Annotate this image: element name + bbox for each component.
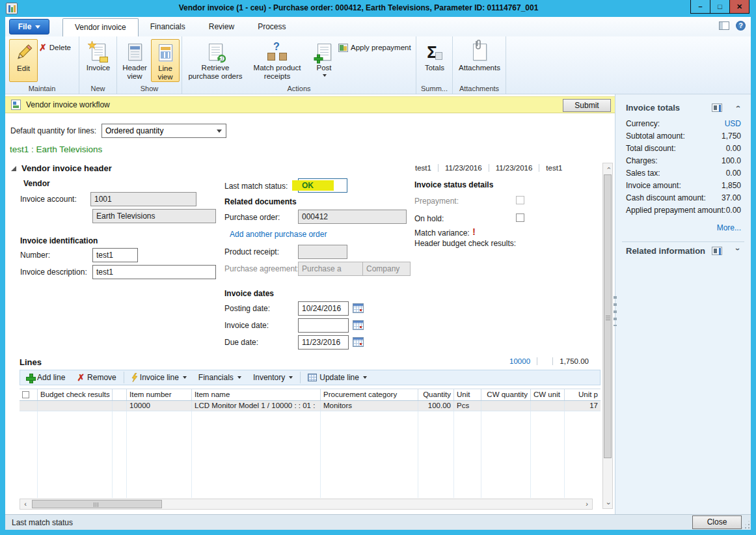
purchase-agreement-field-1[interactable]: Purchase a: [298, 262, 363, 276]
cell-cw-quantity: [481, 401, 531, 411]
tab-vendor-invoice[interactable]: Vendor invoice: [62, 18, 139, 36]
invoice-totals-header[interactable]: Invoice totals: [626, 103, 680, 113]
cash-discount-value: 37.00: [722, 193, 741, 202]
add-purchase-order-link[interactable]: Add another purchase order: [230, 230, 327, 239]
invoice-status-details-group-header: Invoice status details: [414, 180, 493, 189]
col-quantity[interactable]: Quantity: [418, 389, 454, 400]
select-all-header-cell[interactable]: [20, 389, 38, 400]
line-view-button[interactable]: Line view: [151, 39, 180, 82]
factbox-splitter-handle[interactable]: [614, 296, 617, 326]
invoice-description-field[interactable]: test1: [92, 265, 216, 279]
post-dropdown-caret: [323, 74, 327, 77]
prepayment-checkbox[interactable]: [516, 196, 524, 204]
select-all-checkbox[interactable]: [22, 391, 29, 398]
vendor-name-field[interactable]: Earth Televisions: [92, 209, 216, 223]
related-information-header[interactable]: Related information: [626, 246, 705, 256]
number-field[interactable]: test1: [92, 248, 138, 262]
workflow-message: Vendor invoice workflow: [26, 100, 110, 109]
totals-calculator-icon: [435, 52, 442, 60]
invoice-totals-pane-icon[interactable]: [712, 103, 722, 112]
more-link[interactable]: More...: [717, 223, 741, 232]
update-line-menu-button[interactable]: Update line: [302, 370, 373, 385]
currency-value[interactable]: USD: [725, 119, 741, 128]
col-cw-unit[interactable]: CW unit: [531, 389, 565, 400]
grid-horizontal-scrollbar[interactable]: ‹ ›: [20, 499, 593, 510]
tab-process[interactable]: Process: [246, 18, 297, 36]
product-receipt-field[interactable]: [298, 245, 347, 259]
retrieve-purchase-orders-button[interactable]: Retrieve purchase orders: [185, 39, 245, 82]
col-unit-price[interactable]: Unit p: [565, 389, 601, 400]
edit-button[interactable]: Edit: [9, 39, 38, 82]
col-item-number[interactable]: Item number: [127, 389, 192, 400]
default-quantity-select[interactable]: Ordered quantity: [101, 124, 226, 138]
retrieve-purchase-orders-icon: [209, 40, 223, 64]
scroll-right-arrow[interactable]: ›: [582, 499, 592, 509]
ribbon-tab-strip: File Vendor invoice Financials Review Pr…: [5, 17, 751, 36]
tab-financials[interactable]: Financials: [139, 18, 197, 36]
scroll-down-arrow[interactable]: ›: [604, 499, 614, 509]
attachments-button[interactable]: Attachments: [458, 39, 501, 82]
maximize-button[interactable]: □: [710, 0, 730, 14]
submit-button[interactable]: Submit: [563, 99, 611, 112]
total-discount-label: Total discount:: [626, 144, 676, 153]
invoice-date-calendar-icon[interactable]: [353, 320, 364, 330]
lines-record-ref[interactable]: 10000: [503, 357, 537, 365]
invoice-account-label: Invoice account:: [20, 195, 77, 204]
resize-grip[interactable]: [748, 527, 749, 528]
col-budget-check-results[interactable]: Budget check results: [38, 389, 113, 400]
col-cw-quantity[interactable]: CW quantity: [481, 389, 531, 400]
help-icon[interactable]: ?: [736, 21, 746, 31]
totals-button[interactable]: Σ Totals: [418, 39, 452, 82]
purchase-agreement-field-2[interactable]: Company: [362, 262, 411, 276]
attachment-icon: [473, 40, 487, 64]
update-line-caret-icon: [363, 376, 367, 379]
invoice-totals-collapse-icon[interactable]: ›: [733, 105, 742, 108]
scroll-up-arrow[interactable]: ›: [604, 163, 614, 174]
invoice-date-field[interactable]: [298, 318, 349, 333]
vertical-scrollbar-thumb[interactable]: [604, 174, 612, 458]
match-product-receipts-button[interactable]: ? Match product receipts: [247, 39, 308, 82]
add-line-button[interactable]: Add line: [20, 370, 71, 385]
close-window-button[interactable]: ✕: [729, 0, 749, 14]
post-button[interactable]: Post: [310, 39, 338, 82]
col-procurement-category[interactable]: Procurement category: [321, 389, 418, 400]
due-date-calendar-icon[interactable]: [353, 337, 364, 347]
question-mark-icon: ?: [273, 42, 280, 51]
section-collapse-icon[interactable]: [11, 166, 16, 171]
invoice-line-menu-button[interactable]: Invoice line: [126, 370, 193, 385]
posting-date-calendar-icon[interactable]: [353, 303, 364, 313]
grid-data-row[interactable]: 10000 LCD Monitor Model 1 / 10000 : : 01…: [20, 401, 601, 411]
close-button[interactable]: Close: [692, 515, 742, 529]
layout-pane-icon[interactable]: [719, 21, 729, 30]
cash-discount-label: Cash discount amount:: [626, 193, 706, 202]
purchase-order-field[interactable]: 000412: [298, 210, 407, 224]
horizontal-scrollbar-thumb[interactable]: [32, 500, 162, 508]
delete-button[interactable]: ✗ Delete: [39, 42, 71, 53]
on-hold-checkbox[interactable]: [516, 213, 524, 222]
related-information-pane-icon[interactable]: [712, 247, 722, 255]
minimize-button[interactable]: –: [690, 0, 710, 14]
remove-line-button[interactable]: ✗ Remove: [71, 370, 122, 385]
invoice-account-field[interactable]: 1001: [90, 192, 196, 206]
due-date-field[interactable]: 11/23/2016: [298, 335, 349, 350]
posting-date-field[interactable]: 10/24/2016: [298, 301, 349, 316]
apply-prepayment-button[interactable]: Apply prepayment: [338, 42, 411, 53]
col-item-name[interactable]: Item name: [192, 389, 321, 400]
col-unit[interactable]: Unit: [454, 389, 481, 400]
purchase-agreement-label: Purchase agreement:: [224, 264, 299, 273]
header-view-button[interactable]: Header view: [120, 39, 150, 82]
inventory-menu-button[interactable]: Inventory: [247, 370, 299, 385]
tab-review[interactable]: Review: [197, 18, 246, 36]
form-vertical-scrollbar[interactable]: › ›: [602, 163, 613, 509]
lightning-bolt-icon: [131, 373, 137, 382]
charges-value: 100.0: [722, 156, 741, 165]
invoice-button[interactable]: Invoice: [81, 39, 115, 82]
invoice-amount-label: Invoice amount:: [626, 181, 681, 190]
related-information-expand-icon[interactable]: ›: [733, 248, 742, 251]
file-menu-button[interactable]: File: [9, 19, 49, 34]
last-match-status-value: OK: [302, 181, 314, 190]
scroll-left-arrow[interactable]: ‹: [20, 499, 31, 509]
col-flag[interactable]: [113, 389, 127, 400]
match-variance-warning-icon: !: [472, 226, 476, 237]
financials-menu-button[interactable]: Financials: [193, 370, 247, 385]
